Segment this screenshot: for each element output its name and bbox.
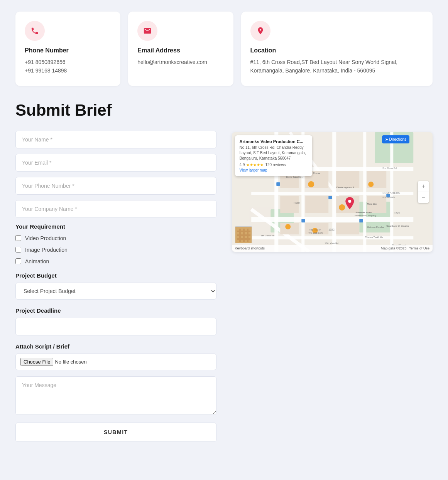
map-address: No 11, 6th Cross Rd, Chandra Reddy Layou…: [240, 145, 308, 161]
svg-text:Croma: Croma: [313, 172, 320, 174]
company-input[interactable]: [15, 200, 216, 218]
svg-point-37: [348, 200, 351, 203]
map-section: URL FIT Eejipura Can COMPUTERS oramangal…: [232, 101, 433, 442]
checkbox-video[interactable]: [15, 235, 21, 241]
svg-rect-17: [336, 171, 359, 188]
email-card-title: Email Address: [137, 47, 224, 54]
svg-text:Tibetan Youth Ho: Tibetan Youth Ho: [365, 236, 383, 238]
map-thumbnail: [235, 226, 252, 243]
svg-rect-66: [243, 229, 245, 242]
file-input-wrapper: [15, 354, 216, 370]
form-section: Submit Brief Your Requirement Video Prod…: [15, 101, 216, 442]
map-view-larger-link[interactable]: View larger map: [240, 168, 308, 172]
checkbox-image[interactable]: [15, 247, 21, 253]
svg-text:oramangala: oramangala: [382, 196, 395, 198]
main-content: Submit Brief Your Requirement Video Prod…: [15, 101, 433, 442]
svg-rect-18: [280, 196, 299, 213]
submit-button[interactable]: SUBMIT: [15, 423, 216, 442]
svg-text:Cluster agaram 3: Cluster agaram 3: [336, 186, 354, 189]
deadline-label: Project Deadline: [15, 307, 216, 314]
svg-text:COMPUTERS: COMPUTERS: [382, 192, 400, 194]
svg-point-28: [285, 224, 291, 229]
map-keyboard-shortcuts: Keyboard shortcuts: [235, 246, 265, 250]
budget-label: Project Budget: [15, 272, 216, 279]
email-icon-circle: [137, 21, 157, 41]
checkbox-image-label[interactable]: Image Production: [25, 247, 68, 253]
svg-rect-65: [239, 229, 241, 242]
svg-point-26: [308, 181, 314, 187]
location-line-2: Koramangala, Bangalore, Karnataka, India…: [250, 66, 424, 75]
map-thumbnail-svg: [235, 227, 252, 243]
phone-card-title: Phone Number: [25, 47, 111, 54]
location-icon-circle: [250, 21, 270, 41]
email-card: Email Address hello@artmonkscreative.com: [128, 12, 233, 86]
map-directions-button[interactable]: ➤ Directions: [382, 135, 409, 143]
email-line-1: hello@artmonkscreative.com: [137, 58, 224, 66]
map-data-label: Map data ©2023: [381, 246, 407, 250]
checkbox-video-item: Video Production: [15, 235, 216, 241]
map-data-text: Map data ©2023 Terms of Use: [381, 246, 429, 250]
map-container: URL FIT Eejipura Can COMPUTERS oramangal…: [232, 132, 433, 252]
location-card-lines: #11, 6th Cross Road,ST Bed Layout Near S…: [250, 58, 424, 75]
location-card: Location #11, 6th Cross Road,ST Bed Layo…: [241, 12, 433, 86]
map-rating-row: 4.9 ★★★★★ 120 reviews: [240, 163, 308, 167]
file-input[interactable]: [16, 354, 216, 370]
location-card-title: Location: [250, 47, 424, 54]
location-pin-icon: [256, 27, 265, 35]
svg-point-27: [339, 204, 345, 211]
map-stars: ★★★★★: [246, 163, 264, 167]
checkbox-image-item: Image Production: [15, 247, 216, 253]
phone-line-2: +91 99168 14898: [25, 66, 111, 75]
name-input[interactable]: [15, 131, 216, 148]
email-input[interactable]: [15, 154, 216, 172]
deadline-input[interactable]: [15, 318, 216, 335]
email-card-lines: hello@artmonkscreative.com: [137, 58, 224, 66]
phone-card-lines: +91 8050892656 +91 99168 14898: [25, 58, 111, 75]
svg-text:Hapcl: Hapcl: [294, 202, 299, 204]
svg-text:1522: 1522: [394, 212, 400, 214]
directions-label: Directions: [389, 137, 406, 141]
email-icon: [143, 27, 152, 35]
svg-rect-11: [363, 132, 366, 252]
svg-text:The Wall Cafe: The Wall Cafe: [308, 232, 323, 234]
svg-rect-19: [305, 196, 328, 213]
phone-icon-circle: [25, 21, 45, 41]
svg-rect-34: [301, 219, 305, 222]
attach-label: Attach Script / Brief: [15, 343, 216, 350]
svg-text:More bite: More bite: [367, 203, 377, 205]
checkbox-group: Video Production Image Production Animat…: [15, 235, 216, 264]
map-zoom-out-button[interactable]: −: [418, 192, 429, 203]
svg-text:Guardians Of Dreams: Guardians Of Dreams: [386, 225, 409, 227]
location-line-1: #11, 6th Cross Road,ST Bed Layout Near S…: [250, 58, 424, 66]
budget-select[interactable]: Select Project Budget Under $1,000 $1,00…: [15, 283, 216, 300]
svg-rect-33: [359, 219, 363, 222]
svg-text:1522: 1522: [328, 228, 335, 231]
svg-text:Artmonks Video: Artmonks Video: [355, 211, 372, 214]
svg-rect-31: [276, 182, 280, 186]
message-textarea[interactable]: [15, 376, 216, 415]
map-footer: Keyboard shortcuts Map data ©2023 Terms …: [232, 245, 433, 252]
map-zoom-controls: + −: [418, 181, 429, 203]
map-background: URL FIT Eejipura Can COMPUTERS oramangal…: [232, 132, 433, 252]
phone-input[interactable]: [15, 177, 216, 195]
phone-icon: [30, 27, 39, 35]
map-reviews: 120 reviews: [265, 163, 286, 167]
svg-text:16th Main Rd: 16th Main Rd: [325, 242, 338, 244]
phone-card: Phone Number +91 8050892656 +91 99168 14…: [15, 12, 120, 86]
svg-rect-25: [336, 223, 359, 234]
checkbox-animation[interactable]: [15, 258, 21, 264]
svg-rect-32: [328, 196, 332, 199]
directions-arrow-icon: ➤: [385, 137, 388, 141]
svg-point-29: [368, 182, 374, 187]
map-zoom-in-button[interactable]: +: [418, 181, 429, 192]
svg-text:2nd Cross Rd: 2nd Cross Rd: [382, 167, 397, 169]
form-section-title: Submit Brief: [15, 101, 216, 119]
svg-rect-67: [247, 229, 249, 242]
map-terms[interactable]: Terms of Use: [409, 246, 429, 250]
checkbox-video-label[interactable]: Video Production: [25, 235, 66, 241]
map-business-name: Artmonks Video Production C...: [240, 139, 308, 144]
checkbox-animation-label[interactable]: Animation: [25, 258, 49, 264]
checkbox-animation-item: Animation: [15, 258, 216, 264]
svg-text:Production Company: Production Company: [355, 214, 376, 217]
info-cards-section: Phone Number +91 8050892656 +91 99168 14…: [15, 12, 433, 86]
